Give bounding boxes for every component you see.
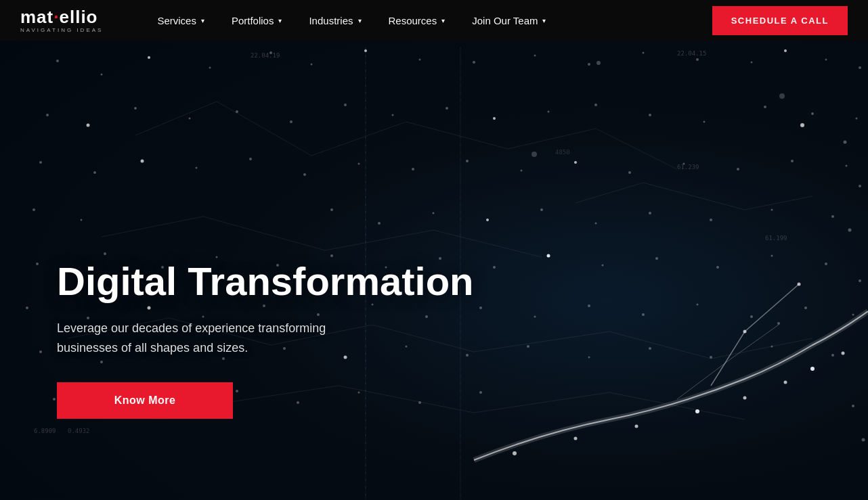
svg-point-58 — [330, 208, 333, 211]
svg-point-46 — [358, 163, 360, 165]
hero-subtitle: Leverage our decades of experience trans… — [57, 319, 474, 358]
svg-point-25 — [134, 107, 137, 110]
svg-point-39 — [856, 118, 858, 120]
hero-title: Digital Transformation — [57, 260, 474, 303]
svg-point-140 — [800, 123, 804, 127]
svg-point-65 — [710, 219, 712, 221]
svg-text:0.4932: 0.4932 — [68, 428, 90, 434]
svg-point-54 — [791, 160, 794, 162]
logo-tagline: NAVIGATING IDEAS — [20, 27, 103, 33]
svg-point-138 — [531, 152, 537, 157]
svg-point-18 — [784, 49, 787, 52]
svg-point-75 — [330, 254, 333, 257]
navigation-bar: mat·ellio NAVIGATING IDEAS Services ▾ Po… — [0, 0, 868, 41]
svg-point-71 — [104, 252, 106, 255]
svg-point-14 — [588, 63, 590, 66]
svg-point-83 — [771, 255, 773, 257]
svg-point-136 — [779, 93, 785, 99]
nav-label-services: Services — [157, 15, 196, 26]
svg-point-55 — [846, 165, 848, 167]
svg-point-62 — [540, 208, 543, 211]
svg-point-20 — [859, 66, 861, 69]
svg-point-13 — [534, 55, 536, 57]
nav-item-resources[interactable]: Resources ▾ — [375, 0, 459, 41]
nav-label-resources: Resources — [389, 15, 437, 26]
know-more-button[interactable]: Know More — [57, 382, 233, 419]
svg-point-112 — [710, 356, 712, 359]
svg-point-32 — [493, 117, 496, 120]
svg-point-130 — [784, 381, 787, 384]
svg-point-113 — [771, 346, 773, 348]
svg-point-9 — [311, 64, 313, 66]
svg-point-61 — [486, 219, 489, 221]
svg-point-129 — [743, 396, 747, 400]
svg-point-64 — [649, 212, 651, 214]
logo[interactable]: mat·ellio NAVIGATING IDEAS — [20, 8, 103, 33]
svg-point-126 — [574, 437, 578, 440]
svg-point-98 — [750, 315, 753, 318]
svg-point-85 — [26, 306, 28, 309]
svg-point-34 — [594, 104, 597, 106]
svg-point-132 — [842, 352, 845, 355]
svg-point-67 — [831, 215, 834, 218]
svg-point-137 — [596, 61, 601, 65]
svg-point-24 — [87, 124, 90, 127]
svg-point-38 — [811, 112, 814, 115]
svg-point-99 — [804, 306, 807, 309]
svg-point-97 — [697, 304, 699, 306]
svg-point-145 — [852, 405, 854, 407]
svg-point-125 — [513, 451, 517, 455]
svg-point-80 — [602, 265, 604, 267]
chevron-down-icon: ▾ — [542, 17, 546, 24]
svg-point-60 — [433, 212, 435, 214]
svg-point-33 — [548, 111, 550, 113]
svg-point-57 — [81, 219, 83, 221]
svg-point-124 — [479, 391, 482, 394]
svg-point-66 — [771, 209, 773, 211]
svg-point-53 — [737, 168, 739, 171]
nav-item-services[interactable]: Services ▾ — [144, 0, 218, 41]
svg-point-114 — [831, 354, 834, 357]
schedule-call-button[interactable]: SCHEDULE A CALL — [712, 6, 848, 35]
svg-point-134 — [798, 283, 801, 286]
chevron-down-icon: ▾ — [201, 17, 204, 24]
svg-point-23 — [46, 114, 49, 116]
nav-links: Services ▾ Portfolios ▾ Industries ▾ Res… — [144, 0, 712, 41]
svg-point-35 — [649, 114, 651, 116]
nav-item-industries[interactable]: Industries ▾ — [295, 0, 374, 41]
svg-point-94 — [534, 316, 536, 318]
dot-network-visualization: 22.04.19 22.04.15 — [0, 0, 868, 500]
svg-point-26 — [189, 118, 191, 120]
svg-point-28 — [290, 120, 292, 123]
nav-item-join-team[interactable]: Join Our Team ▾ — [458, 0, 559, 41]
svg-point-7 — [209, 67, 211, 69]
svg-point-96 — [642, 313, 645, 316]
nav-label-industries: Industries — [309, 15, 353, 26]
svg-point-59 — [378, 222, 381, 225]
nav-label-portfolios: Portfolios — [232, 15, 274, 26]
svg-point-19 — [825, 59, 827, 61]
svg-point-29 — [344, 104, 347, 106]
svg-point-41 — [93, 171, 96, 174]
svg-point-15 — [643, 52, 645, 54]
svg-text:61.239: 61.239 — [677, 164, 699, 171]
svg-point-4 — [56, 60, 59, 62]
svg-point-70 — [36, 263, 39, 265]
nav-label-join-team: Join Our Team — [472, 15, 538, 26]
svg-point-144 — [859, 279, 861, 282]
svg-point-117 — [53, 398, 56, 401]
svg-point-48 — [466, 160, 469, 162]
svg-text:6.8909: 6.8909 — [34, 428, 56, 434]
svg-point-81 — [655, 257, 658, 260]
svg-text:22.04.19: 22.04.19 — [251, 52, 280, 59]
svg-point-63 — [595, 223, 597, 225]
nav-item-portfolios[interactable]: Portfolios ▾ — [218, 0, 296, 41]
svg-point-40 — [39, 161, 42, 164]
svg-point-95 — [588, 304, 590, 307]
chevron-down-icon: ▾ — [441, 17, 445, 24]
svg-point-93 — [479, 306, 482, 309]
hero-section: 22.04.19 22.04.15 — [0, 0, 868, 500]
svg-point-10 — [364, 49, 367, 52]
svg-point-42 — [141, 160, 144, 163]
svg-point-109 — [527, 345, 529, 348]
